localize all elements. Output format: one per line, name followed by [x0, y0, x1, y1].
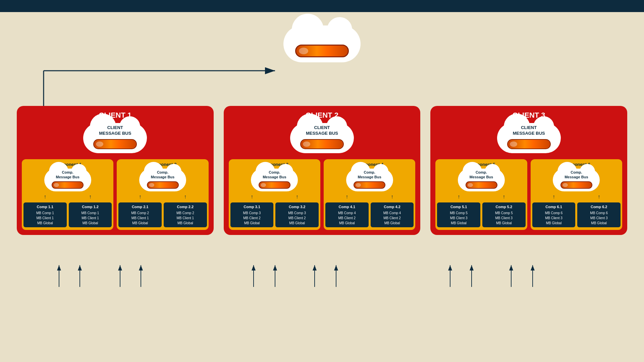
sub-comp-line: MB Comp 1: [70, 210, 111, 216]
comp-cloud-text-0: Comp.Message Bus: [44, 170, 91, 180]
sub-comp-line: MB Comp 5: [484, 210, 524, 216]
arrow-up-icon: ↑: [371, 194, 414, 200]
sub-comp-line: MB Comp 2: [120, 210, 160, 216]
sub-comp-line: MB Global: [70, 221, 111, 226]
sub-comp-line: MB Comp 4: [327, 210, 367, 216]
sub-comp-line: MB Global: [165, 221, 206, 226]
sub-comps-row-0: Comp 3.1MB Comp 3MB Client 2MB GlobalCom…: [230, 202, 319, 227]
sub-comp-name-0: Comp 5.1: [438, 204, 479, 210]
sub-comp-name-0: Comp 6.1: [534, 204, 574, 210]
sub-comp-comp-3.2: Comp 3.2MB Comp 3MB Client 2MB Global: [275, 202, 319, 227]
sub-comp-line: MB Client 1: [25, 216, 65, 221]
sub-comp-line: MB Global: [484, 221, 524, 226]
client-box-client1: CLIENT 1CLIENTMESSAGE BUSComponent 1Comp…: [17, 106, 214, 235]
sub-comp-name-0: Comp 4.1: [327, 204, 367, 210]
components-row-client1: Component 1Comp.Message Bus↑↑Comp 1.1MB …: [22, 159, 209, 230]
sub-comp-comp-5.2: Comp 5.2MB Comp 5MB Client 3MB Global: [482, 202, 526, 227]
sub-comp-comp-5.1: Comp 5.1MB Comp 5MB Client 3MB Global: [437, 202, 480, 227]
sub-comp-line: MB Global: [579, 221, 619, 226]
sub-comp-line: MB Global: [372, 221, 413, 226]
arrow-up-icon: ↑: [230, 194, 274, 200]
components-row-client3: Component 5Comp.Message Bus↑↑Comp 5.1MB …: [435, 159, 622, 230]
sub-comps-row-1: Comp 4.1MB Comp 4MB Client 2MB GlobalCom…: [325, 202, 414, 227]
sub-comp-name-0: Comp 1.1: [25, 204, 65, 210]
global-message-bus: [283, 25, 361, 62]
sub-comp-line: MB Client 2: [277, 216, 317, 221]
sub-comp-line: MB Client 3: [579, 216, 619, 221]
client-pipe-client1: [93, 139, 137, 149]
main-content: CLIENT 1CLIENTMESSAGE BUSComponent 1Comp…: [0, 12, 644, 341]
sub-comp-comp-6.1: Comp 6.1MB Comp 6MB Client 3MB Global: [532, 202, 576, 227]
sub-comp-line: MB Client 2: [327, 216, 367, 221]
global-cloud: [283, 25, 361, 62]
client-bus-cloud-client3: CLIENTMESSAGE BUS: [435, 123, 622, 157]
sub-comp-line: MB Client 3: [438, 216, 479, 221]
sub-comp-line: MB Global: [438, 221, 479, 226]
sub-comp-comp-2.1: Comp 2.1MB Comp 2MB Client 1MB Global: [118, 202, 162, 227]
clients-row: CLIENT 1CLIENTMESSAGE BUSComponent 1Comp…: [17, 106, 627, 235]
arrow-up-icon: ↑: [118, 194, 162, 200]
sub-comp-line: MB Comp 2: [165, 210, 206, 216]
global-bus-pipe: [295, 45, 349, 57]
comp-cloud-text-1: Comp.Message Bus: [553, 170, 600, 180]
client-pipe-client2: [300, 139, 344, 149]
comp-pipe-1: [354, 181, 385, 189]
client-bus-cloud-client2: CLIENTMESSAGE BUS: [229, 123, 416, 157]
sub-comp-line: MB Global: [277, 221, 317, 226]
comp-cloud-text-1: Comp.Message Bus: [346, 170, 393, 180]
client-title-client1: CLIENT 1: [22, 111, 209, 120]
comp-pipe-1: [147, 181, 179, 189]
sub-comps-row-1: Comp 6.1MB Comp 6MB Client 3MB GlobalCom…: [532, 202, 621, 227]
sub-comp-name-1: Comp 6.2: [579, 204, 619, 210]
sub-comp-line: MB Global: [232, 221, 272, 226]
sub-comp-name-1: Comp 1.2: [70, 204, 111, 210]
global-cloud-label: [283, 28, 361, 35]
component-box-component-5: Component 5Comp.Message Bus↑↑Comp 5.1MB …: [435, 159, 527, 230]
sub-comp-line: MB Comp 4: [372, 210, 413, 216]
sub-comp-line: MB Global: [25, 221, 65, 226]
comp-pipe-0: [52, 181, 84, 189]
client-bus-label-client1: CLIENTMESSAGE BUS: [83, 125, 147, 136]
sub-comp-line: MB Client 1: [165, 216, 206, 221]
client-title-client2: CLIENT 2: [229, 111, 416, 120]
sub-comp-comp-4.2: Comp 4.2MB Comp 4MB Client 2MB Global: [371, 202, 414, 227]
arrow-up-icon: ↑: [577, 194, 621, 200]
sub-comp-comp-1.1: Comp 1.1MB Comp 1MB Client 1MB Global: [23, 202, 67, 227]
comp-cloud-text-0: Comp.Message Bus: [458, 170, 505, 180]
client-box-client3: CLIENT 3CLIENTMESSAGE BUSComponent 5Comp…: [430, 106, 627, 235]
sub-comp-name-0: Comp 2.1: [120, 204, 160, 210]
sub-comp-line: MB Comp 6: [579, 210, 619, 216]
sub-comp-line: MB Comp 3: [277, 210, 317, 216]
sub-comp-line: MB Comp 5: [438, 210, 479, 216]
sub-comps-row-1: Comp 2.1MB Comp 2MB Client 1MB GlobalCom…: [118, 202, 207, 227]
sub-comp-line: MB Comp 1: [25, 210, 65, 216]
arrow-up-icon: ↑: [325, 194, 369, 200]
component-box-component-3: Component 3Comp.Message Bus↑↑Comp 3.1MB …: [229, 159, 320, 230]
sub-comp-line: MB Comp 6: [534, 210, 574, 216]
sub-comp-name-1: Comp 5.2: [484, 204, 524, 210]
arrow-up-icon: ↑: [275, 194, 319, 200]
sub-comp-comp-3.1: Comp 3.1MB Comp 3MB Client 2MB Global: [230, 202, 274, 227]
comp-pipe-0: [466, 181, 497, 189]
arrow-up-icon: ↑: [164, 194, 207, 200]
component-box-component-2: Component 2Comp.Message Bus↑↑Comp 2.1MB …: [117, 159, 208, 230]
arrow-up-icon: ↑: [69, 194, 112, 200]
sub-comp-line: MB Client 2: [232, 216, 272, 221]
sub-comp-line: MB Comp 3: [232, 210, 272, 216]
comp-pipe-1: [560, 181, 592, 189]
sub-comp-name-1: Comp 3.2: [277, 204, 317, 210]
arrow-up-icon: ↑: [482, 194, 526, 200]
sub-comp-line: MB Global: [327, 221, 367, 226]
component-box-component-4: Component 4Comp.Message Bus↑↑Comp 4.1MB …: [324, 159, 415, 230]
client-pipe-client3: [507, 139, 551, 149]
sub-comp-name-1: Comp 4.2: [372, 204, 413, 210]
sub-comps-row-0: Comp 5.1MB Comp 5MB Client 3MB GlobalCom…: [437, 202, 525, 227]
arrow-up-icon: ↑: [437, 194, 480, 200]
sub-comp-line: MB Client 1: [120, 216, 160, 221]
sub-comp-name-1: Comp 2.2: [165, 204, 206, 210]
client-box-client2: CLIENT 2CLIENTMESSAGE BUSComponent 3Comp…: [224, 106, 421, 235]
sub-comp-comp-2.2: Comp 2.2MB Comp 2MB Client 1MB Global: [164, 202, 207, 227]
component-box-component-6: Component 6Comp.Message Bus↑↑Comp 6.1MB …: [531, 159, 622, 230]
sub-comp-line: MB Client 3: [534, 216, 574, 221]
page-header: [0, 0, 644, 12]
